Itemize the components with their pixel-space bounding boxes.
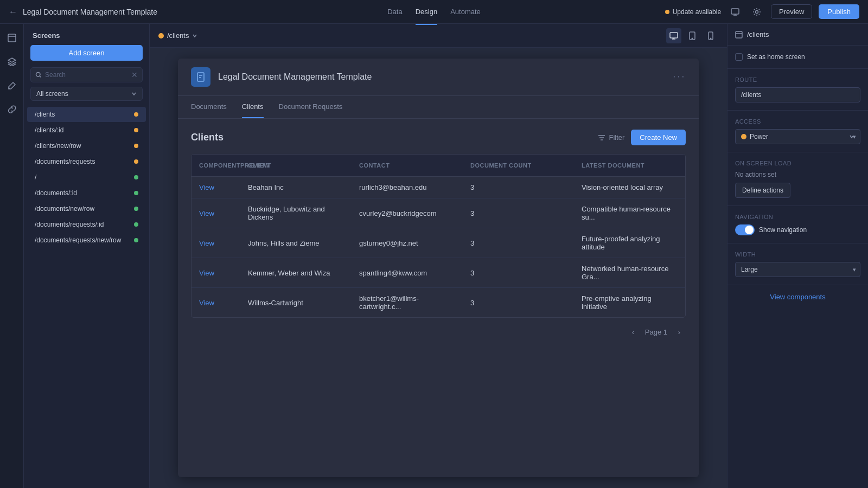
screen-item[interactable]: /clients/:id: [27, 123, 146, 138]
desktop-device-btn[interactable]: [666, 28, 681, 43]
filter-dropdown[interactable]: All screens: [30, 87, 143, 101]
contact-cell: bketcher1@willms-cartwright.c...: [352, 288, 463, 317]
svg-rect-4: [670, 33, 678, 38]
current-screen-dot: [158, 33, 164, 38]
table-header: componentPreview CLIENT CONTACT DOCUMENT…: [192, 155, 685, 177]
latest-doc-cell: Future-proofed analyzing attitude: [574, 228, 685, 258]
monitor-icon[interactable]: [727, 4, 743, 20]
route-label: Route: [735, 76, 860, 83]
svg-point-1: [756, 10, 758, 13]
screen-item[interactable]: /clients: [27, 107, 146, 122]
on-screen-load-label: On screen load: [735, 160, 860, 166]
on-screen-load-section: On screen load No actions set Define act…: [727, 152, 868, 206]
clients-actions: Filter Create New: [598, 130, 686, 145]
next-page-button[interactable]: ›: [673, 325, 686, 338]
tab-design[interactable]: Design: [416, 5, 437, 18]
view-link[interactable]: View: [199, 183, 214, 191]
link-icon[interactable]: [4, 102, 20, 117]
client-cell: Johns, Hills and Zieme: [240, 228, 352, 258]
page-label: Page 1: [645, 328, 667, 336]
filter-button[interactable]: Filter: [598, 133, 624, 142]
client-cell: Buckridge, Lubowitz and Dickens: [240, 198, 352, 228]
width-select-wrap: SmallMediumLargeMax: [735, 262, 860, 277]
route-input[interactable]: [735, 87, 860, 102]
col-preview: componentPreview: [192, 159, 240, 172]
create-new-button[interactable]: Create New: [631, 130, 686, 145]
update-dot: [665, 10, 669, 14]
screen-item[interactable]: /documents/:id: [27, 185, 146, 201]
route-section: Route: [727, 69, 868, 111]
mobile-device-btn[interactable]: [703, 28, 718, 43]
current-screen-selector[interactable]: /clients: [158, 31, 197, 40]
screen-item[interactable]: /: [27, 170, 146, 185]
contact-cell: gsturney0@jhz.net: [352, 228, 463, 258]
nav-documents[interactable]: Documents: [191, 96, 227, 118]
tab-data[interactable]: Data: [387, 5, 402, 18]
toggle-knob: [745, 226, 754, 234]
preview-button[interactable]: Preview: [771, 4, 812, 19]
width-select[interactable]: SmallMediumLargeMax: [735, 262, 860, 277]
svg-point-3: [36, 73, 41, 77]
screen-item[interactable]: /documents/requests/new/row: [27, 233, 146, 248]
navigation-label: Navigation: [735, 214, 860, 220]
filter-label: Filter: [609, 133, 624, 142]
view-link[interactable]: View: [199, 209, 214, 217]
canvas-area: /clients Leg: [150, 24, 727, 488]
clients-header: Clients Filter Create New: [191, 130, 686, 145]
panel-screen-icon: [735, 31, 743, 38]
screen-item[interactable]: /documents/new/row: [27, 201, 146, 216]
main-layout: Screens Add screen ✕ All screens /client…: [0, 24, 868, 488]
screen-item[interactable]: /clients/new/row: [27, 138, 146, 153]
doc-count-cell: 3: [463, 288, 574, 317]
prev-page-button[interactable]: ‹: [627, 325, 640, 338]
svg-rect-9: [197, 73, 204, 81]
app-title: Legal Document Management Template: [23, 8, 157, 16]
set-home-checkbox[interactable]: [735, 53, 743, 61]
app-logo: [191, 67, 210, 87]
update-label: Update available: [673, 8, 721, 16]
tab-automate[interactable]: Automate: [450, 5, 481, 18]
search-input[interactable]: [45, 71, 128, 79]
search-box: ✕: [30, 67, 143, 82]
add-screen-button[interactable]: Add screen: [30, 45, 143, 61]
svg-point-8: [710, 38, 711, 39]
settings-icon[interactable]: [749, 4, 764, 20]
access-select-wrap: Power: [735, 129, 860, 144]
layers-icon[interactable]: [4, 54, 20, 69]
define-actions-button[interactable]: Define actions: [735, 183, 790, 198]
doc-count-cell: 3: [463, 228, 574, 258]
screen-item[interactable]: /documents/requests/:id: [27, 217, 146, 232]
more-options-icon[interactable]: ‧‧‧: [673, 71, 686, 83]
brush-icon[interactable]: [4, 78, 20, 93]
screen-item[interactable]: /documents/requests: [27, 154, 146, 169]
client-cell: Beahan Inc: [240, 177, 352, 198]
contact-cell: cvurley2@buckridgecom: [352, 198, 463, 228]
access-select[interactable]: Power: [735, 129, 860, 144]
svg-rect-10: [736, 31, 742, 38]
screens-icon[interactable]: [4, 30, 20, 46]
view-link[interactable]: View: [199, 239, 214, 247]
nav-clients[interactable]: Clients: [242, 96, 264, 118]
view-components-link[interactable]: View components: [727, 285, 868, 309]
view-link[interactable]: View: [199, 299, 214, 307]
access-label: Access: [735, 118, 860, 125]
search-clear-icon[interactable]: ✕: [131, 70, 138, 79]
power-dot: [741, 134, 746, 139]
contact-cell: spantling4@kww.com: [352, 258, 463, 287]
col-contact: CONTACT: [352, 159, 463, 172]
tablet-device-btn[interactable]: [685, 28, 700, 43]
table-row: View Willms-Cartwright bketcher1@willms-…: [192, 288, 685, 317]
view-link[interactable]: View: [199, 269, 214, 277]
icon-sidebar: [0, 24, 24, 488]
doc-count-cell: 3: [463, 258, 574, 287]
nav-document-requests[interactable]: Document Requests: [279, 96, 343, 118]
topbar-right: Update available Preview Publish: [481, 4, 859, 20]
show-navigation-toggle[interactable]: [735, 224, 755, 235]
client-cell: Willms-Cartwright: [240, 288, 352, 317]
back-button[interactable]: ←: [9, 7, 17, 17]
canvas-content: Legal Document Management Template ‧‧‧ D…: [150, 48, 727, 488]
screens-list: /clients /clients/:id /clients/new/row /…: [24, 106, 149, 488]
publish-button[interactable]: Publish: [819, 4, 859, 19]
right-panel-title: /clients: [747, 30, 769, 38]
doc-count-cell: 3: [463, 198, 574, 228]
